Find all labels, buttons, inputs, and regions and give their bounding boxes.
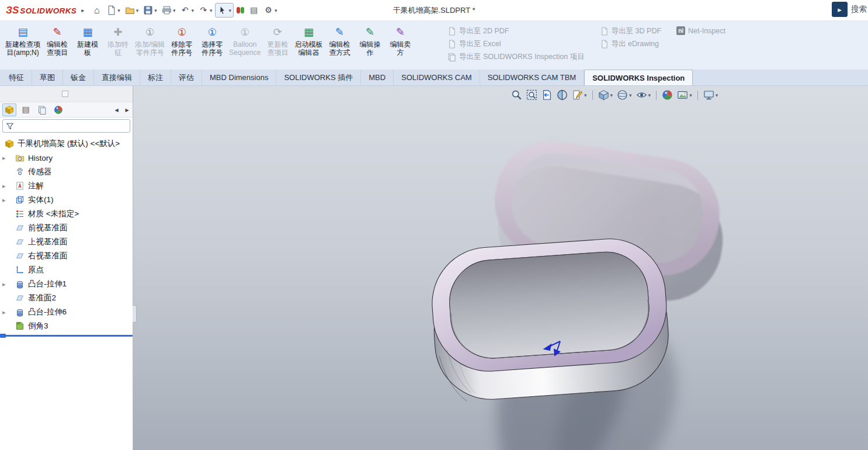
tree-item-history[interactable]: History [0,151,133,165]
view-settings-button[interactable] [703,89,719,101]
search-input[interactable]: 搜索 [851,4,867,15]
edit-appearance-ball-icon [662,89,673,101]
save-button[interactable] [141,4,159,17]
tree-item-sensors[interactable]: 传感器 [0,165,133,179]
tab-features[interactable]: 特征 [1,70,32,85]
view-orientation-button[interactable] [598,89,614,101]
tab-sketch[interactable]: 草图 [32,70,63,85]
title-bar: ЗS SOLIDWORKS ▸ 干果机增高架.SLDPRT * ▸ 搜索 [0,0,868,20]
logo-flyout-arrow-icon[interactable]: ▸ [81,7,84,13]
graphics-viewport[interactable] [133,86,868,450]
balloon-sequence-icon [238,25,252,39]
zoom-to-area-button[interactable] [526,89,538,101]
tree-item-chamfer3[interactable]: 倒角3 [0,319,133,333]
template-editor-icon [301,25,315,39]
tab-solidworks-addins[interactable]: SOLIDWORKS 插件 [276,70,361,85]
plane-icon [15,293,25,303]
tab-mbd-dimensions[interactable]: MBD Dimensions [202,70,276,85]
export-group: 导出至 2D PDF 导出至 Excel 导出至 SOLIDWORKS Insp… [447,26,725,62]
print-button[interactable] [160,4,178,17]
expand-arrow-icon[interactable] [2,281,9,288]
tab-evaluate[interactable]: 评估 [171,70,202,85]
toolbar-separator [697,91,698,100]
tree-item-boss-extrude1[interactable]: 凸台-拉伸1 [0,277,133,291]
ribbon-launch-template-editor[interactable]: 启动模板编辑器 [293,24,324,58]
featuremanager-tree-tab[interactable] [2,103,16,116]
sensors-icon [15,167,25,176]
section-view-icon [557,89,568,101]
section-view-button[interactable] [556,89,568,101]
ribbon-balloon-sequence: BalloonSequence [227,24,262,58]
redo-icon [199,5,209,15]
open-button[interactable] [123,4,141,17]
display-style-icon [617,89,628,101]
green-indicator-icon [241,7,244,13]
options-button[interactable] [262,4,279,17]
tree-item-annotations[interactable]: 注解 [0,179,133,193]
tree-item-origin[interactable]: 原点 [0,263,133,277]
tree-item-right-plane[interactable]: 右视基准面 [0,249,133,263]
ribbon-remove-balloons[interactable]: 移除零件序号 [166,24,197,58]
hide-show-items-button[interactable] [636,89,652,101]
new-document-button[interactable] [105,4,122,17]
ribbon-new-template[interactable]: 新建模板 [72,24,103,58]
main-ring-model[interactable] [428,235,672,403]
panel-collapse-handle[interactable] [133,305,137,323]
report-button[interactable] [247,4,261,17]
tree-item-solid-bodies[interactable]: 实体(1) [0,193,133,207]
tab-solidworks-cam-tbm[interactable]: SOLIDWORKS CAM TBM [480,70,584,85]
ribbon-new-inspection-project[interactable]: 新建检查项目(amp;N) [4,24,42,58]
expand-arrow-icon[interactable] [2,196,9,204]
tree-item-plane2[interactable]: 基准面2 [0,291,133,305]
expand-arrow-icon[interactable] [2,309,9,316]
zoom-to-fit-button[interactable] [511,89,523,101]
tab-mbd[interactable]: MBD [361,70,394,85]
expand-arrow-icon[interactable] [2,182,9,190]
export-3d-pdf-icon [600,27,609,36]
propertymanager-tab[interactable] [19,103,33,116]
gear-icon [263,5,273,15]
panel-tab-left-icon[interactable] [112,104,120,115]
tree-item-material[interactable]: 材质 <未指定> [0,207,133,221]
ribbon-edit-inspection-methods[interactable]: 编辑检查方式 [324,24,355,58]
ribbon-edit-operations[interactable]: 编辑操作 [355,24,385,58]
tree-root-part[interactable]: 干果机增高架 (默认) <<默认> [0,137,133,151]
heads-up-view-toolbar [511,89,718,101]
tree-filter-input[interactable] [2,119,130,133]
ribbon-update-inspection-project: 更新检查项目 [262,24,293,58]
panel-header [0,86,133,102]
tab-solidworks-cam[interactable]: SOLIDWORKS CAM [394,70,480,85]
ribbon-edit-vendors[interactable]: 编辑卖方 [385,24,415,58]
annotation-views-button[interactable] [571,89,588,101]
previous-view-button[interactable] [541,89,553,101]
undo-button[interactable] [178,4,196,17]
tab-sheet-metal[interactable]: 钣金 [63,70,94,85]
ribbon-edit-inspection-project[interactable]: 编辑检查项目 [42,24,72,58]
tree-item-top-plane[interactable]: 上视基准面 [0,235,133,249]
configurationmanager-tab[interactable] [35,103,49,116]
dimxpertmanager-tab[interactable] [51,103,65,116]
apply-scene-button[interactable] [676,89,693,101]
home-button[interactable] [90,4,103,18]
plane-icon [15,223,25,233]
tree-item-front-plane[interactable]: 前视基准面 [0,221,133,235]
tab-solidworks-inspection[interactable]: SOLIDWORKS Inspection [584,70,693,85]
ribbon-select-balloons[interactable]: 选择零件序号 [197,24,227,58]
edit-appearance-button[interactable] [661,89,673,101]
expand-arrow-icon[interactable] [2,154,9,162]
quick-access-toolbar [90,3,279,18]
redo-button[interactable] [197,4,214,17]
select-tool-button[interactable] [215,3,234,18]
tab-markup[interactable]: 标注 [140,70,171,85]
tab-direct-editing[interactable]: 直接编辑 [94,70,140,85]
export-inspection-project: 导出至 SOLIDWORKS Inspection 项目 [447,52,585,62]
export-2d-pdf: 导出至 2D PDF [447,26,585,36]
display-style-button[interactable] [616,89,633,101]
toggle-button[interactable] [235,5,246,15]
plane-icon [15,237,25,247]
panel-grip-icon[interactable] [62,91,68,97]
rollback-bar[interactable] [0,335,133,337]
tree-item-boss-extrude6[interactable]: 凸台-拉伸6 [0,305,133,319]
panel-tab-right-icon[interactable] [122,104,130,115]
search-scope-button[interactable]: ▸ [832,2,848,17]
